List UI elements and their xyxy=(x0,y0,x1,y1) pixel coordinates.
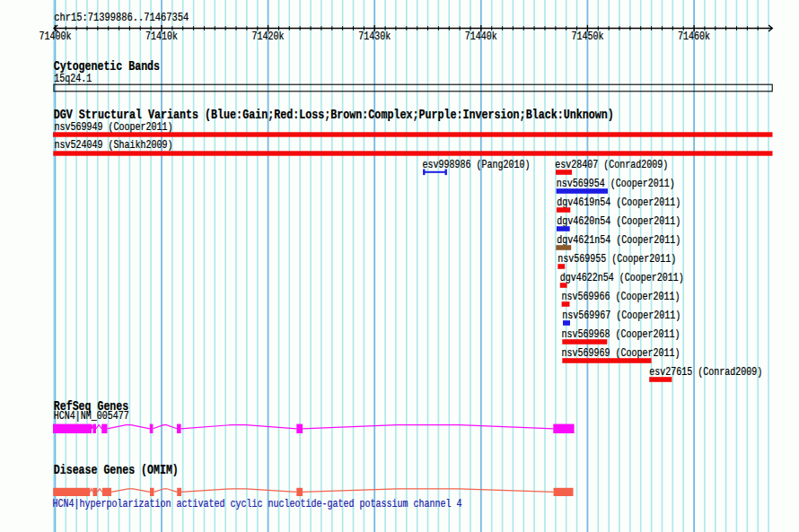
svg-text:chr15:71399886..71467354: chr15:71399886..71467354 xyxy=(54,11,189,24)
svg-text:nsv569968 (Cooper2011): nsv569968 (Cooper2011) xyxy=(562,327,680,341)
svg-text:nsv524049 (Shaikh2009): nsv524049 (Shaikh2009) xyxy=(55,138,173,152)
svg-text:nsv569954 (Cooper2011): nsv569954 (Cooper2011) xyxy=(557,177,675,190)
svg-text:nsv569949 (Cooper2011): nsv569949 (Cooper2011) xyxy=(55,120,173,134)
svg-text:nsv569955 (Cooper2011): nsv569955 (Cooper2011) xyxy=(558,252,676,266)
svg-text:esv28407 (Conrad2009): esv28407 (Conrad2009) xyxy=(555,158,668,171)
svg-text:esv998986 (Pang2010): esv998986 (Pang2010) xyxy=(423,158,531,171)
svg-text:esv27615 (Conrad2009): esv27615 (Conrad2009) xyxy=(649,365,762,379)
svg-text:71460k: 71460k xyxy=(678,30,710,43)
svg-text:71400k: 71400k xyxy=(39,30,71,43)
svg-text:15q24.1: 15q24.1 xyxy=(54,72,92,85)
svg-text:dgv4621n54 (Cooper2011): dgv4621n54 (Cooper2011) xyxy=(557,233,680,247)
svg-text:nsv569969 (Cooper2011): nsv569969 (Cooper2011) xyxy=(562,346,680,360)
svg-text:nsv569967 (Cooper2011): nsv569967 (Cooper2011) xyxy=(562,309,680,322)
svg-text:HCN4|hyperpolarization activat: HCN4|hyperpolarization activated cyclic … xyxy=(52,497,461,510)
svg-text:dgv4620n54 (Cooper2011): dgv4620n54 (Cooper2011) xyxy=(557,214,680,228)
svg-text:71420k: 71420k xyxy=(252,30,285,43)
svg-text:dgv4622n54 (Cooper2011): dgv4622n54 (Cooper2011) xyxy=(560,271,684,284)
svg-text:HCN4|NM_005477: HCN4|NM_005477 xyxy=(54,409,129,423)
svg-text:71410k: 71410k xyxy=(145,30,178,43)
svg-text:dgv4619n54 (Cooper2011): dgv4619n54 (Cooper2011) xyxy=(557,196,680,209)
svg-text:71450k: 71450k xyxy=(571,30,603,43)
svg-text:Disease Genes (OMIM): Disease Genes (OMIM) xyxy=(54,463,179,477)
svg-text:nsv569966 (Cooper2011): nsv569966 (Cooper2011) xyxy=(562,290,680,303)
svg-text:71430k: 71430k xyxy=(358,30,391,43)
svg-text:71440k: 71440k xyxy=(465,30,497,43)
